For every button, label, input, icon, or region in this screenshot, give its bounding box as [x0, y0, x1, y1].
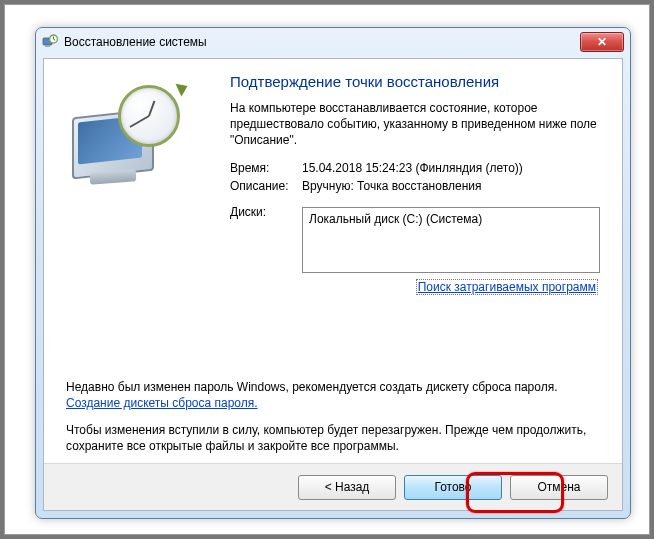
wizard-icon-column: [66, 73, 230, 299]
description-value: Вручную: Точка восстановления: [302, 179, 600, 193]
disks-value-wrap: Локальный диск (C:) (Система) Поиск затр…: [302, 205, 600, 295]
content-area: Подтверждение точки восстановления На ко…: [44, 59, 622, 464]
password-paragraph: Недавно был изменен пароль Windows, реко…: [66, 379, 598, 411]
lower-paragraphs: Недавно был изменен пароль Windows, реко…: [44, 369, 622, 464]
scan-affected-programs-link[interactable]: Поиск затрагиваемых программ: [418, 280, 596, 294]
finish-button[interactable]: Готово: [404, 475, 502, 500]
disks-label: Диски:: [230, 205, 302, 295]
system-restore-window: Восстановление системы ✕: [35, 27, 631, 519]
password-paragraph-text: Недавно был изменен пароль Windows, реко…: [66, 380, 558, 394]
create-password-reset-disk-link[interactable]: Создание дискеты сброса пароля.: [66, 396, 258, 410]
wizard-main-column: Подтверждение точки восстановления На ко…: [230, 73, 600, 299]
system-restore-icon: [66, 79, 186, 199]
description-label: Описание:: [230, 179, 302, 193]
time-value: 15.04.2018 15:24:23 (Финляндия (лето)): [302, 161, 600, 175]
intro-text: На компьютере восстанавливается состояни…: [230, 100, 600, 149]
client-area: Подтверждение точки восстановления На ко…: [43, 58, 623, 511]
restart-warning-paragraph: Чтобы изменения вступили в силу, компьют…: [66, 422, 598, 454]
back-button[interactable]: < Назад: [298, 475, 396, 500]
window-title: Восстановление системы: [64, 35, 580, 49]
disks-item: Локальный диск (C:) (Система): [309, 212, 482, 226]
cancel-button[interactable]: Отмена: [510, 475, 608, 500]
titlebar[interactable]: Восстановление системы ✕: [36, 28, 630, 56]
description-field: Описание: Вручную: Точка восстановления: [230, 179, 600, 193]
screenshot-frame: Восстановление системы ✕: [4, 4, 650, 535]
time-field: Время: 15.04.2018 15:24:23 (Финляндия (л…: [230, 161, 600, 175]
close-button[interactable]: ✕: [580, 32, 624, 52]
button-bar: < Назад Готово Отмена: [44, 463, 622, 510]
scan-affected-programs-focus: Поиск затрагиваемых программ: [416, 279, 598, 295]
disks-field: Диски: Локальный диск (C:) (Система) Пои…: [230, 205, 600, 295]
app-icon: [42, 34, 58, 50]
disks-listbox[interactable]: Локальный диск (C:) (Система): [302, 207, 600, 273]
page-headline: Подтверждение точки восстановления: [230, 73, 600, 90]
svg-rect-1: [45, 45, 50, 47]
time-label: Время:: [230, 161, 302, 175]
close-icon: ✕: [597, 35, 607, 49]
